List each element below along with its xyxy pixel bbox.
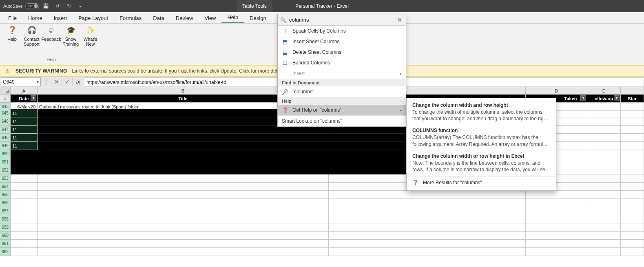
cell[interactable]	[329, 223, 526, 232]
cell[interactable]	[11, 248, 38, 256]
cell[interactable]	[329, 191, 526, 199]
cell[interactable]	[38, 248, 329, 256]
cell[interactable]	[621, 240, 644, 248]
fx-icon[interactable]: fx	[73, 77, 84, 86]
row-header[interactable]: 650	[0, 150, 11, 158]
cell[interactable]	[621, 223, 644, 232]
feedback-button[interactable]: ☺ Feedback	[42, 26, 60, 46]
row-header[interactable]: 651	[0, 158, 11, 166]
cell[interactable]	[526, 207, 587, 215]
tab-formulas[interactable]: Formulas	[114, 13, 147, 23]
cell[interactable]	[526, 248, 587, 256]
tellme-find-columns[interactable]: 🔎 "columns"	[278, 86, 406, 97]
help-button[interactable]: ❓ Help	[3, 26, 21, 46]
tab-help[interactable]: Help	[221, 12, 244, 23]
show-training-button[interactable]: 🎓 Show Training	[62, 26, 80, 46]
cell[interactable]	[621, 232, 644, 240]
contact-support-button[interactable]: 🎧 Contact Support	[23, 26, 41, 46]
cell[interactable]	[587, 117, 621, 126]
cell[interactable]	[329, 199, 526, 207]
row-header[interactable]: 646	[0, 117, 11, 126]
cell[interactable]	[621, 166, 644, 174]
cell[interactable]	[587, 109, 621, 117]
cell-key[interactable]: 11	[11, 134, 38, 142]
row-header[interactable]: 656	[0, 199, 11, 207]
cell[interactable]	[329, 207, 526, 215]
cell[interactable]	[621, 183, 644, 191]
formula-expand-icon[interactable]: ⁝	[41, 77, 51, 86]
cell-key[interactable]: 11	[11, 142, 38, 150]
tab-file[interactable]: File	[2, 13, 22, 23]
tab-home[interactable]: Home	[22, 13, 48, 23]
cell[interactable]	[621, 174, 644, 183]
cell[interactable]	[587, 199, 621, 207]
cell[interactable]	[38, 240, 329, 248]
row-header[interactable]: 653	[0, 174, 11, 183]
cell[interactable]	[329, 240, 526, 248]
cell[interactable]	[38, 215, 329, 223]
filter-icon[interactable]: ▾	[580, 95, 586, 101]
cell[interactable]	[38, 232, 329, 240]
filter-icon[interactable]: ▾	[614, 95, 620, 101]
cell[interactable]	[11, 191, 38, 199]
row-header[interactable]: 648	[0, 134, 11, 142]
cell[interactable]	[11, 223, 38, 232]
cell[interactable]	[526, 240, 587, 248]
cell-black[interactable]	[38, 142, 329, 150]
tab-insert[interactable]: Insert	[48, 13, 73, 23]
row-header[interactable]: 652	[0, 166, 11, 174]
tellme-insert-columns[interactable]: ⬒ Insert Sheet Columns	[278, 36, 406, 47]
row-header[interactable]: 1	[0, 95, 11, 103]
cell-key[interactable]: 11	[11, 126, 38, 134]
row-header[interactable]: 658	[0, 215, 11, 223]
cell[interactable]	[587, 166, 621, 174]
cell[interactable]	[621, 215, 644, 223]
cell[interactable]	[587, 191, 621, 199]
cell[interactable]	[621, 134, 644, 142]
tab-view[interactable]: View	[199, 13, 221, 23]
row-header[interactable]: 649	[0, 142, 11, 150]
cell-key[interactable]: 11	[11, 117, 38, 126]
cell-black[interactable]	[38, 126, 329, 134]
cell[interactable]	[11, 207, 38, 215]
column-header-E[interactable]: E	[587, 87, 621, 94]
cell[interactable]	[11, 240, 38, 248]
row-header[interactable]: 647	[0, 126, 11, 134]
help-result-1[interactable]: Change the column width and row height T…	[407, 100, 556, 125]
name-box-dropdown-icon[interactable]: ▾	[37, 79, 39, 84]
cell[interactable]	[526, 223, 587, 232]
row-header[interactable]: 654	[0, 183, 11, 191]
cell[interactable]	[587, 158, 621, 166]
row-header[interactable]: 659	[0, 223, 11, 232]
cell[interactable]	[587, 126, 621, 134]
cell[interactable]	[587, 248, 621, 256]
row-header[interactable]: 645	[0, 109, 11, 117]
header-followup[interactable]: ollow-up ▾	[587, 95, 621, 103]
help-result-3[interactable]: Change the column width or row height in…	[407, 151, 556, 176]
row-header[interactable]: 661	[0, 240, 11, 248]
filter-icon[interactable]: ▾	[31, 95, 36, 101]
tellme-get-help[interactable]: ❓ Get Help on "columns" ▸	[278, 105, 406, 115]
help-more-results[interactable]: ❓ More Results for "columns"	[407, 176, 556, 189]
cell-black[interactable]	[11, 150, 38, 158]
column-header-A[interactable]: A	[11, 87, 38, 94]
cell[interactable]	[38, 174, 329, 183]
tab-review[interactable]: Review	[170, 13, 199, 23]
cancel-icon[interactable]: ✕	[51, 77, 62, 86]
column-header-D[interactable]: D	[526, 87, 587, 94]
cell[interactable]	[587, 207, 621, 215]
cell[interactable]	[621, 191, 644, 199]
cell[interactable]	[587, 134, 621, 142]
tell-me-input[interactable]	[289, 17, 396, 23]
cell[interactable]	[38, 223, 329, 232]
cell[interactable]	[587, 240, 621, 248]
cell[interactable]	[329, 248, 526, 256]
cell[interactable]	[38, 207, 329, 215]
header-star[interactable]: Star	[621, 95, 644, 103]
select-all-corner[interactable]	[0, 87, 11, 94]
cell-key[interactable]: 11	[11, 109, 38, 117]
whats-new-button[interactable]: ✨ What's New	[82, 26, 100, 46]
row-header[interactable]: 657	[0, 207, 11, 215]
cell[interactable]	[621, 117, 644, 126]
cell-black[interactable]	[38, 166, 329, 174]
